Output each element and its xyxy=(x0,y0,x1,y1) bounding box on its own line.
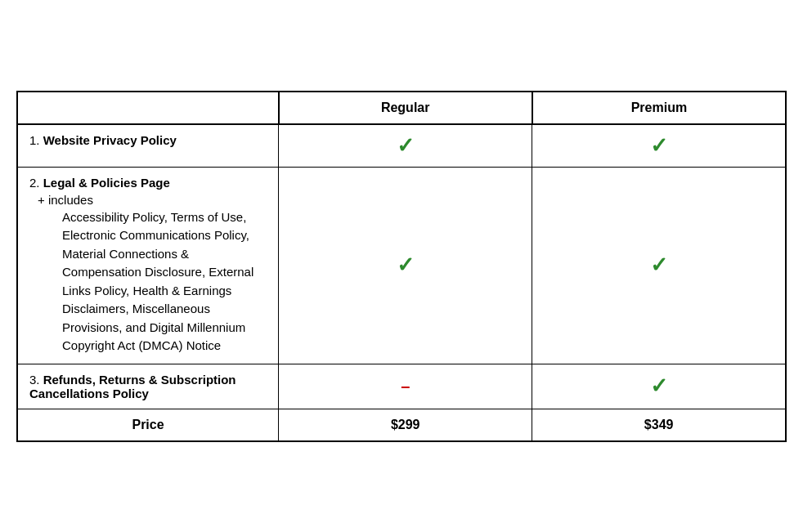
check-icon: ✓ xyxy=(650,373,668,398)
feature-cell-2: 2. Legal & Policies Page + includes Acce… xyxy=(17,167,279,364)
row-1-feature: Website Privacy Policy xyxy=(43,133,177,147)
row-3-number: 3. xyxy=(29,373,40,387)
price-row: Price $299 $349 xyxy=(17,409,786,441)
premium-column-header: Premium xyxy=(532,92,786,124)
row-3-regular-check: – xyxy=(279,364,532,409)
table-row: 1. Website Privacy Policy ✓ ✓ xyxy=(17,124,786,168)
regular-column-header: Regular xyxy=(279,92,532,124)
premium-price: $349 xyxy=(532,409,786,441)
row-1-number: 1. xyxy=(29,133,40,147)
table-row: 3. Refunds, Returns & Subscription Cance… xyxy=(17,364,786,409)
comparison-table: Regular Premium 1. Website Privacy Polic… xyxy=(16,91,787,442)
row-3-feature: Refunds, Returns & Subscription Cancella… xyxy=(29,373,236,400)
row-1-premium-check: ✓ xyxy=(532,124,786,168)
price-label: Price xyxy=(17,409,279,441)
row-2-number: 2. xyxy=(29,176,40,190)
row-1-regular-check: ✓ xyxy=(279,124,532,168)
row-2-feature: Legal & Policies Page xyxy=(43,176,170,190)
feature-cell-1: 1. Website Privacy Policy xyxy=(17,124,279,168)
check-icon: ✓ xyxy=(397,253,415,277)
check-icon: ✓ xyxy=(650,253,668,277)
feature-column-header xyxy=(17,92,279,124)
dash-icon: – xyxy=(401,377,410,395)
check-icon: ✓ xyxy=(397,133,415,158)
row-2-includes-detail: Accessibility Policy, Terms of Use, Elec… xyxy=(62,208,267,355)
row-2-regular-check: ✓ xyxy=(279,167,532,364)
row-3-premium-check: ✓ xyxy=(532,364,786,409)
row-2-premium-check: ✓ xyxy=(532,167,786,364)
check-icon: ✓ xyxy=(650,133,668,158)
feature-cell-3: 3. Refunds, Returns & Subscription Cance… xyxy=(17,364,279,409)
row-2-includes-label: + includes xyxy=(38,193,267,207)
regular-price: $299 xyxy=(279,409,532,441)
comparison-table-wrapper: Regular Premium 1. Website Privacy Polic… xyxy=(16,91,787,442)
table-row: 2. Legal & Policies Page + includes Acce… xyxy=(17,167,786,364)
